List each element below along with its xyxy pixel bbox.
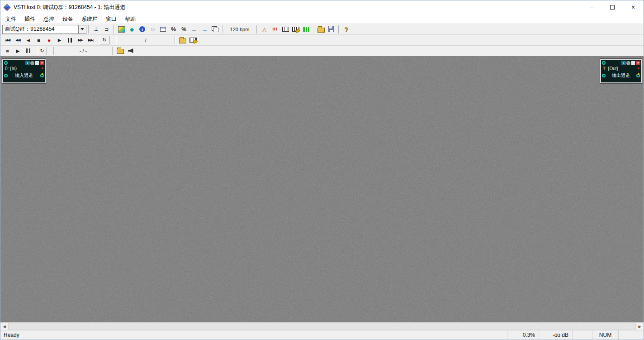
pause-icon: [26, 48, 30, 53]
plugin-window-input[interactable]: i × 0: {In} 输入通道: [2, 59, 46, 83]
plugin-info-icon[interactable]: i: [25, 61, 30, 65]
horizontal-scrollbar[interactable]: ◀ ▶: [0, 322, 644, 330]
open-folder-icon: [317, 28, 325, 33]
midi-step-back-button[interactable]: ◀: [23, 36, 33, 45]
maximize-button[interactable]: [602, 0, 623, 14]
load-bank-button[interactable]: %: [168, 25, 179, 34]
scroll-left-arrow[interactable]: ◀: [0, 323, 8, 330]
meter-icon: [303, 27, 309, 32]
minimize-button[interactable]: –: [581, 0, 602, 14]
midi-rewind-button[interactable]: ◀◀: [13, 36, 23, 45]
wave-output-button[interactable]: [125, 46, 136, 55]
level-meter-button[interactable]: [301, 25, 311, 34]
plugin-info-icon[interactable]: i: [621, 61, 626, 65]
plugin-name: 输出通道: [606, 72, 635, 79]
prev-program-button[interactable]: ←: [189, 25, 199, 34]
menu-devices[interactable]: 设备: [58, 14, 77, 24]
chain-insert-button[interactable]: ⊥: [91, 25, 101, 34]
save-bank-icon: %: [181, 26, 186, 33]
open-folder-icon: [117, 49, 124, 54]
plugin-info-button[interactable]: i: [137, 25, 147, 34]
new-plugin-button[interactable]: ◆: [127, 25, 137, 34]
pause-icon: [68, 38, 72, 43]
toolbar-separator: [175, 36, 175, 44]
save-bank-button[interactable]: %: [179, 25, 189, 34]
midi-stop-button[interactable]: ■: [33, 36, 44, 45]
next-program-button[interactable]: →: [199, 25, 210, 34]
wave-open-file-button[interactable]: [115, 46, 125, 55]
save-floppy-icon: [328, 26, 334, 32]
plugin-led-yellow: [42, 73, 43, 75]
workspace[interactable]: i × 0: {In} 输入通道 i ×: [0, 56, 644, 322]
toolbar-separator: [256, 25, 257, 34]
app-logo-icon[interactable]: [4, 4, 11, 11]
chain-select-combo[interactable]: 调试Q群：91268454: [2, 25, 86, 34]
plugin-smiley-button[interactable]: ☺: [147, 25, 158, 34]
menu-help[interactable]: 帮助: [121, 14, 140, 24]
plugin-edit-icon[interactable]: [631, 61, 635, 65]
midi-file-edit-button[interactable]: [188, 36, 198, 45]
chain-extract-button[interactable]: ⊐: [101, 25, 112, 34]
toolbar-separator: [53, 47, 54, 55]
chain-insert-icon: ⊥: [94, 26, 99, 32]
midi-open-file-button[interactable]: [177, 36, 188, 45]
bpm-display[interactable]: 120 bpm: [225, 25, 255, 34]
plugin-edit-icon[interactable]: [35, 61, 39, 65]
midi-transport-toolbar: |◀◀ ◀◀ ◀ ■ ● ▶ ▶▶ ▶▶| ↻ - / -: [0, 35, 644, 46]
midi-keyboard-edit-button[interactable]: [290, 25, 301, 34]
wave-loop-button[interactable]: ↻: [37, 47, 47, 55]
plugin-window-output[interactable]: i × 1: {Out} 输出通道: [600, 59, 642, 83]
save-file-button[interactable]: [326, 25, 336, 34]
menu-window[interactable]: 窗口: [102, 14, 121, 24]
midi-to-start-button[interactable]: |◀◀: [2, 36, 13, 45]
plugin-knob-icon[interactable]: [602, 61, 606, 65]
vsthost-window: VSTHost 0: 调试Q群：91268454 - 1: 输出通道 – × 文…: [0, 0, 644, 340]
plugin-bypass-icon[interactable]: [626, 61, 630, 65]
midi-to-end-button[interactable]: ▶▶|: [85, 36, 96, 45]
status-ready-text: Ready: [0, 332, 507, 338]
plugin-knob-icon[interactable]: [4, 74, 8, 77]
midi-keyboard-button[interactable]: [280, 25, 290, 34]
plugin-knob-icon[interactable]: [602, 74, 606, 77]
midi-play-button[interactable]: ▶: [54, 36, 65, 45]
midi-panic-button[interactable]: !!!: [270, 25, 280, 34]
plugin-close-icon[interactable]: ×: [40, 61, 44, 65]
midi-record-button[interactable]: ●: [44, 36, 54, 45]
midi-ffwd-button[interactable]: ▶▶: [75, 36, 85, 45]
engine-button[interactable]: [116, 25, 127, 34]
plugin-footer: 输出通道: [601, 72, 641, 79]
combo-dropdown-button[interactable]: [78, 25, 86, 34]
midi-pause-button[interactable]: [65, 36, 75, 45]
scroll-right-arrow[interactable]: ▶: [636, 323, 644, 330]
plugin-diamond-icon: ◆: [130, 26, 134, 33]
menu-plugins[interactable]: 插件: [20, 14, 39, 24]
open-file-button[interactable]: [316, 25, 326, 34]
scrollbar-track[interactable]: [8, 323, 636, 330]
plugin-knob-icon[interactable]: [4, 61, 8, 65]
window-controls: – ×: [581, 0, 644, 14]
wave-pause-button[interactable]: [23, 46, 33, 55]
speaker-icon: [128, 48, 133, 53]
maximize-icon: [610, 5, 615, 10]
close-button[interactable]: ×: [623, 0, 644, 14]
wave-position-display: - / -: [56, 48, 110, 53]
plugin-properties-button[interactable]: [158, 25, 168, 34]
menu-master[interactable]: 总控: [39, 14, 58, 24]
chain-combo-value: 调试Q群：91268454: [3, 25, 78, 33]
menu-file[interactable]: 文件: [1, 14, 20, 24]
status-num-lock: NUM: [592, 330, 618, 340]
scrollbar-thumb[interactable]: [8, 323, 636, 330]
arrange-windows-button[interactable]: [210, 25, 220, 34]
wave-stop-button[interactable]: ■: [2, 46, 13, 55]
wave-transport-toolbar: ■ ▶ ↻ - / -: [0, 46, 644, 56]
wave-play-button[interactable]: ▶: [13, 46, 23, 55]
menu-systembar[interactable]: 系统栏: [77, 14, 102, 24]
help-button[interactable]: ?: [341, 25, 351, 34]
plugin-title: 1: {Out}: [601, 66, 641, 72]
midi-file-edit-icon: [189, 38, 197, 43]
arrow-left-icon: ←: [191, 26, 198, 33]
midi-loop-button[interactable]: ↻: [99, 36, 109, 44]
plugin-bypass-icon[interactable]: [30, 61, 34, 65]
plugin-close-icon[interactable]: ×: [636, 61, 640, 65]
metronome-button[interactable]: △: [259, 25, 270, 34]
